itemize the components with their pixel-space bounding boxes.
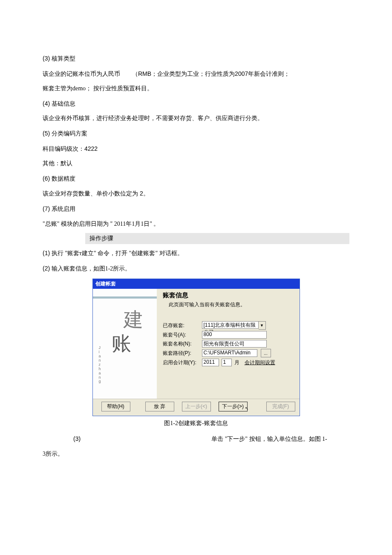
existing-account-value[interactable]: [111]北京泰瑞科技有限公司 [202, 321, 259, 329]
period-settings-link[interactable]: 会计期间设置 [245, 359, 275, 366]
step-2: (2) 输入账套信息，如图1-2所示。 [43, 263, 349, 275]
sidebar-letters: J i a n z h a n g [99, 346, 101, 384]
item-4-heading: (4) 基础信息 [43, 98, 349, 110]
start-period-label: 启用会计期(Y): [163, 359, 199, 366]
calligraphy-zhang: 账 [112, 331, 131, 357]
dialog-titlebar: 创建帐套 [93, 279, 300, 289]
existing-account-combo[interactable]: [111]北京泰瑞科技有限公司 ▼ [202, 321, 266, 330]
chevron-down-icon[interactable]: ▼ [259, 321, 266, 330]
start-month-input[interactable]: 1 [222, 359, 232, 366]
browse-button[interactable]: ... [261, 349, 271, 357]
account-path-label: 账套路径(P): [163, 350, 199, 357]
month-suffix: 月 [234, 359, 239, 366]
calligraphy-jian: 建 [124, 307, 143, 333]
item-7-number: (7) [43, 205, 50, 212]
next-button[interactable]: 下一步(>) [219, 402, 248, 411]
item-5-heading: (5) 分类编码方案 [43, 128, 349, 140]
step-3-tail: 3所示。 [43, 449, 349, 460]
dialog-sidebar-image: 建 账 J i a n z h a n g [93, 289, 157, 399]
finish-button[interactable]: 完成(F) [266, 402, 295, 411]
item-5-line2: 其他：默认 [43, 158, 349, 170]
item-3-heading: (3) 核算类型 [43, 53, 349, 65]
steps-heading: 操作步骤 [85, 233, 349, 244]
step-3: (3) 单击 "下一步" 按钮，输入单位信息。如图 1- [73, 433, 349, 445]
create-account-dialog: 创建帐套 建 账 J i a n z h a n g 账套信息 此页面可输入当前… [92, 279, 300, 416]
dialog-heading: 账套信息 [163, 291, 295, 299]
item-3-number: (3) [43, 55, 50, 62]
cursor-icon: ↖ [245, 406, 248, 411]
existing-account-label: 已存账套: [163, 322, 199, 329]
item-6-body: 该企业对存货数量、单价小数位定为 2。 [43, 188, 349, 200]
item-6-heading: (6) 数据精度 [43, 173, 349, 185]
item-3-line1: 该企业的记账本位币为人民币 （RMB；企业类型为工业；行业性质为2007年新会计… [43, 68, 349, 80]
start-year-input[interactable]: 2011 [202, 359, 219, 366]
dialog-subheading: 此页面可输入当前有关账套信息。 [163, 301, 295, 308]
item-6-number: (6) [43, 175, 50, 182]
account-name-input[interactable]: 阳光有限责任公司 [202, 340, 267, 348]
account-id-label: 账套号(A): [163, 331, 199, 339]
step-1: (1) 执行 "账套т建立" 命令，打开 "创建账套" 对话框。 [43, 247, 349, 259]
item-3-line2: 账套主管为demo； 按行业性质预置科目。 [43, 83, 349, 95]
item-5-line1: 科目编码级次：4222 [43, 143, 349, 155]
item-4-body: 该企业有外币核算，进行经济业务处理时，不需要对存货、客户、供应商进行分类。 [43, 113, 349, 124]
help-button[interactable]: 帮助(H) [101, 402, 130, 411]
figure-1-2-caption: 图1-2创建账套-账套信息 [43, 420, 349, 427]
cancel-button[interactable]: 放 弃 [145, 402, 174, 411]
item-5-number: (5) [43, 130, 50, 137]
item-7-heading: (7) 系统启用 [43, 203, 349, 215]
account-path-input[interactable]: C:\UFSMART\Admin [202, 349, 257, 357]
item-4-number: (4) [43, 100, 50, 107]
account-name-label: 账套名称(N): [163, 340, 199, 348]
prev-button[interactable]: 上一步(<) [182, 402, 211, 411]
account-id-input[interactable]: 800 [202, 331, 267, 339]
item-7-body: "总账" 模块的启用日期为 " 2011年1月1日" 。 [43, 219, 349, 230]
